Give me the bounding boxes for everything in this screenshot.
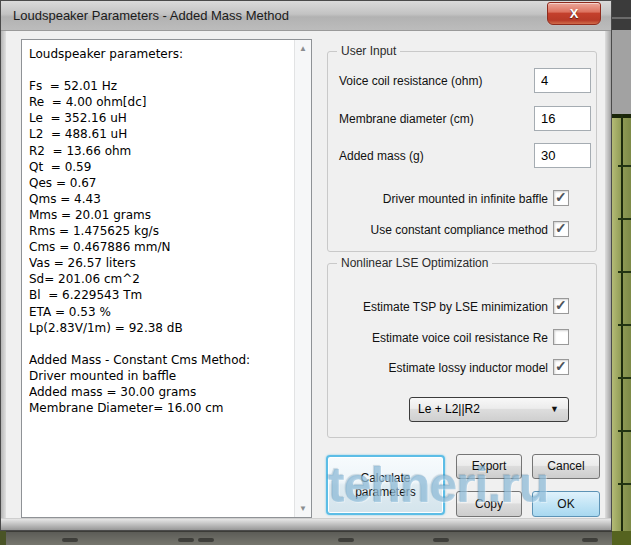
background-window-strip-top <box>612 0 631 30</box>
background-chart-strip <box>612 114 631 531</box>
calculate-parameters-button[interactable]: Calculate parameters <box>326 455 445 515</box>
inductor-model-value: Le + L2||R2 <box>418 398 480 421</box>
ok-label: OK <box>557 497 574 511</box>
user-input-legend: User Input <box>337 44 400 58</box>
background-tick-mark <box>62 538 78 542</box>
parameters-output-panel[interactable]: Loudspeaker parameters: Fs = 52.01 Hz Re… <box>21 39 312 518</box>
background-tick-mark <box>433 538 449 542</box>
background-chart-gridline <box>618 377 631 379</box>
scroll-up-icon: ▲ <box>299 44 307 53</box>
user-input-group: User Input Voice coil resistance (ohm) M… <box>327 51 597 252</box>
lse-optimization-legend: Nonlinear LSE Optimization <box>337 256 492 270</box>
chevron-down-icon: ▼ <box>550 398 559 421</box>
background-window-strip-gray <box>612 30 631 114</box>
scroll-down-icon: ▼ <box>299 504 307 513</box>
window-frame-bottom <box>1 518 611 530</box>
added-mass-label: Added mass (g) <box>339 149 424 163</box>
background-chart-gridline <box>618 165 631 167</box>
copy-label: Copy <box>475 497 503 511</box>
export-button[interactable]: Export <box>456 454 522 479</box>
background-tick-mark <box>582 538 598 542</box>
title-bar[interactable]: Loudspeaker Parameters - Added Mass Meth… <box>1 1 611 31</box>
copy-button[interactable]: Copy <box>456 491 522 517</box>
cancel-button[interactable]: Cancel <box>532 454 600 479</box>
added-mass-input[interactable] <box>534 143 591 168</box>
window-frame-left <box>1 31 6 530</box>
background-divider <box>612 17 631 19</box>
checkbox-constant-compliance[interactable]: ✓ <box>553 221 569 237</box>
background-tick-mark <box>198 538 214 542</box>
calculate-parameters-label: Calculate parameters <box>344 471 427 499</box>
membrane-diameter-input[interactable] <box>534 106 591 131</box>
scroll-down-button[interactable]: ▼ <box>295 500 311 517</box>
ok-button[interactable]: OK <box>532 491 600 517</box>
background-chart-gridline <box>618 324 631 326</box>
window-frame-right <box>605 31 611 530</box>
export-label: Export <box>472 459 507 473</box>
lse-optimization-group: Nonlinear LSE Optimization Estimate TSP … <box>327 263 597 438</box>
close-icon: X <box>548 3 600 24</box>
background-chart-gridline <box>618 430 631 432</box>
dialog-loudspeaker-parameters: Loudspeaker Parameters - Added Mass Meth… <box>0 0 612 531</box>
estimate-re-label: Estimate voice coil resistance Re <box>372 331 548 345</box>
background-chart-gridline <box>618 218 631 220</box>
membrane-diameter-label: Membrane diameter (cm) <box>339 112 474 126</box>
estimate-tsp-label: Estimate TSP by LSE minimization <box>363 300 548 314</box>
check-icon: ✓ <box>555 299 568 312</box>
vertical-scrollbar[interactable]: ▲ ▼ <box>294 40 311 517</box>
check-icon: ✓ <box>555 222 568 235</box>
background-tick-mark <box>178 538 194 542</box>
background-corner-right <box>612 531 631 545</box>
background-corner-left <box>0 531 6 545</box>
checkbox-estimate-re[interactable]: ✓ <box>553 329 569 345</box>
parameters-text: Loudspeaker parameters: Fs = 52.01 Hz Re… <box>29 46 291 515</box>
constant-compliance-label: Use constant compliance method <box>371 223 548 237</box>
driver-infinite-baffle-label: Driver mounted in infinite baffle <box>383 192 548 206</box>
estimate-lossy-inductor-label: Estimate lossy inductor model <box>389 361 548 375</box>
close-button[interactable]: X <box>547 2 601 25</box>
cancel-label: Cancel <box>547 459 584 473</box>
background-chart-gridline <box>618 271 631 273</box>
background-chart-gridline-vertical <box>621 114 623 531</box>
scroll-up-button[interactable]: ▲ <box>295 40 311 57</box>
background-axis-strip <box>0 531 631 545</box>
check-icon: ✓ <box>555 191 568 204</box>
checkbox-driver-infinite-baffle[interactable]: ✓ <box>553 190 569 206</box>
window-title: Loudspeaker Parameters - Added Mass Meth… <box>13 1 289 30</box>
checkbox-estimate-tsp-lse[interactable]: ✓ <box>553 298 569 314</box>
voice-coil-resistance-label: Voice coil resistance (ohm) <box>339 74 482 88</box>
check-icon: ✓ <box>555 360 568 373</box>
background-tick-mark <box>338 538 354 542</box>
background-chart-gridline <box>618 483 631 485</box>
inductor-model-dropdown[interactable]: Le + L2||R2 ▼ <box>409 397 569 422</box>
checkbox-estimate-lossy-inductor[interactable]: ✓ <box>553 359 569 375</box>
voice-coil-resistance-input[interactable] <box>534 68 591 93</box>
